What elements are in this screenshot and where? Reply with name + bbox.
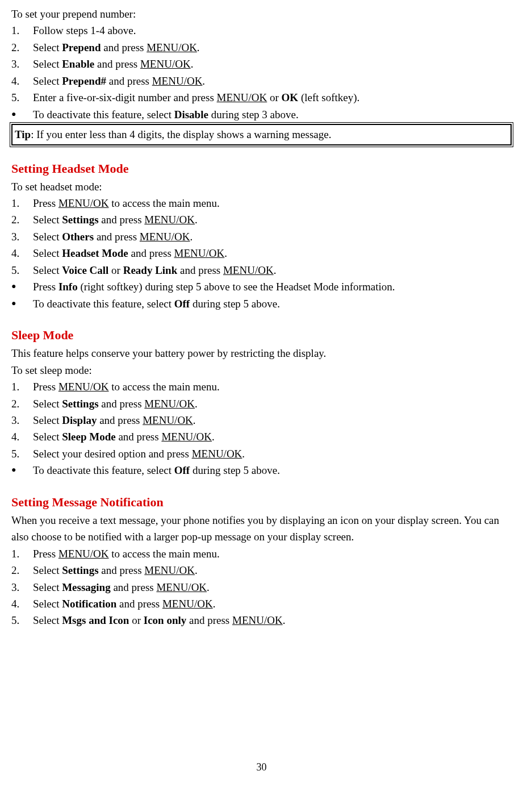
list-item-text: Select Messaging and press MENU/OK. <box>33 581 210 593</box>
list-item-text: Select Settings and press MENU/OK. <box>33 214 198 226</box>
list-item-number: 5. <box>11 445 27 462</box>
list-item-number: 3. <box>11 412 27 428</box>
list-item: 1.Press MENU/OK to access the main menu. <box>11 546 512 562</box>
list-item-text: Select your desired option and press MEN… <box>33 448 245 460</box>
list-item: 3.Select Messaging and press MENU/OK. <box>11 579 512 596</box>
list-item-number: 5. <box>11 89 27 106</box>
list-item-number: 4. <box>11 596 27 612</box>
notif-desc: When you receive a text message, your ph… <box>11 512 512 546</box>
list-item-number: 1. <box>11 546 27 562</box>
prepend-intro: To set your prepend number: <box>11 6 512 22</box>
list-item: 2.Select Settings and press MENU/OK. <box>11 395 512 412</box>
list-item: 5.Select Msgs and Icon or Icon only and … <box>11 612 512 628</box>
list-item: 4.Select Notification and press MENU/OK. <box>11 596 512 612</box>
sleep-steps: 1.Press MENU/OK to access the main menu.… <box>11 378 512 462</box>
list-item-text: Press MENU/OK to access the main menu. <box>33 548 220 560</box>
list-item: 3.Select Enable and press MENU/OK. <box>11 56 512 72</box>
list-item-text: Select Enable and press MENU/OK. <box>33 58 193 70</box>
list-item: 1.Follow steps 1-4 above. <box>11 22 512 39</box>
prepend-notes: To deactivate this feature, select Disab… <box>11 106 512 123</box>
sleep-desc: This feature helps conserve your battery… <box>11 345 512 361</box>
list-item-number: 4. <box>11 245 27 261</box>
list-item-text: Select Headset Mode and press MENU/OK. <box>33 247 227 259</box>
prepend-steps: 1.Follow steps 1-4 above.2.Select Prepen… <box>11 22 512 106</box>
headset-title: Setting Headset Mode <box>11 159 512 178</box>
list-item-text: Select Settings and press MENU/OK. <box>33 564 198 576</box>
list-item-text: Select Msgs and Icon or Icon only and pr… <box>33 614 285 626</box>
list-item: 2.Select Prepend and press MENU/OK. <box>11 39 512 56</box>
headset-intro: To set headset mode: <box>11 178 512 195</box>
bullet-item: Press Info (right softkey) during step 5… <box>11 278 512 295</box>
list-item-text: Press MENU/OK to access the main menu. <box>33 381 220 393</box>
list-item-text: Select Voice Call or Ready Link and pres… <box>33 264 276 276</box>
list-item-number: 1. <box>11 195 27 211</box>
list-item-text: Select Notification and press MENU/OK. <box>33 598 215 610</box>
list-item: 3.Select Others and press MENU/OK. <box>11 228 512 245</box>
list-item-number: 3. <box>11 56 27 72</box>
list-item-number: 1. <box>11 378 27 395</box>
sleep-intro: To set sleep mode: <box>11 362 512 378</box>
list-item-text: Select Prepend and press MENU/OK. <box>33 41 200 53</box>
notif-title: Setting Message Notification <box>11 493 512 512</box>
list-item: 2.Select Settings and press MENU/OK. <box>11 211 512 228</box>
bullet-item: To deactivate this feature, select Off d… <box>11 462 512 478</box>
sleep-notes: To deactivate this feature, select Off d… <box>11 462 512 478</box>
prepend-tip-box: Tip: If you enter less than 4 digits, th… <box>11 124 512 145</box>
list-item: 3.Select Display and press MENU/OK. <box>11 412 512 428</box>
list-item-number: 2. <box>11 395 27 412</box>
headset-notes: Press Info (right softkey) during step 5… <box>11 278 512 312</box>
list-item-number: 4. <box>11 428 27 445</box>
page-number: 30 <box>11 760 512 776</box>
list-item-number: 1. <box>11 22 27 39</box>
sleep-title: Sleep Mode <box>11 326 512 345</box>
notif-steps: 1.Press MENU/OK to access the main menu.… <box>11 546 512 629</box>
list-item-number: 2. <box>11 39 27 56</box>
list-item-number: 2. <box>11 562 27 578</box>
list-item-text: Select Sleep Mode and press MENU/OK. <box>33 431 215 443</box>
list-item: 4.Select Sleep Mode and press MENU/OK. <box>11 428 512 445</box>
list-item-number: 4. <box>11 73 27 89</box>
list-item: 5.Select Voice Call or Ready Link and pr… <box>11 262 512 278</box>
list-item: 1.Press MENU/OK to access the main menu. <box>11 378 512 395</box>
list-item-text: Select Others and press MENU/OK. <box>33 231 193 243</box>
list-item-text: Select Display and press MENU/OK. <box>33 414 196 426</box>
list-item: 2.Select Settings and press MENU/OK. <box>11 562 512 578</box>
list-item-text: Select Prepend# and press MENU/OK. <box>33 75 205 87</box>
list-item: 1.Press MENU/OK to access the main menu. <box>11 195 512 211</box>
list-item-number: 5. <box>11 612 27 628</box>
bullet-item: To deactivate this feature, select Off d… <box>11 295 512 312</box>
list-item-number: 5. <box>11 262 27 278</box>
list-item-text: Press MENU/OK to access the main menu. <box>33 197 220 209</box>
list-item-text: Enter a five-or-six-digit number and pre… <box>33 91 359 103</box>
list-item: 5.Select your desired option and press M… <box>11 445 512 462</box>
headset-steps: 1.Press MENU/OK to access the main menu.… <box>11 195 512 278</box>
list-item-number: 3. <box>11 228 27 245</box>
list-item-text: Select Settings and press MENU/OK. <box>33 398 198 410</box>
list-item-number: 3. <box>11 579 27 596</box>
bullet-item: To deactivate this feature, select Disab… <box>11 106 512 123</box>
list-item: 5.Enter a five-or-six-digit number and p… <box>11 89 512 106</box>
list-item: 4.Select Headset Mode and press MENU/OK. <box>11 245 512 261</box>
list-item: 4.Select Prepend# and press MENU/OK. <box>11 73 512 89</box>
list-item-number: 2. <box>11 211 27 228</box>
list-item-text: Follow steps 1-4 above. <box>33 24 136 36</box>
